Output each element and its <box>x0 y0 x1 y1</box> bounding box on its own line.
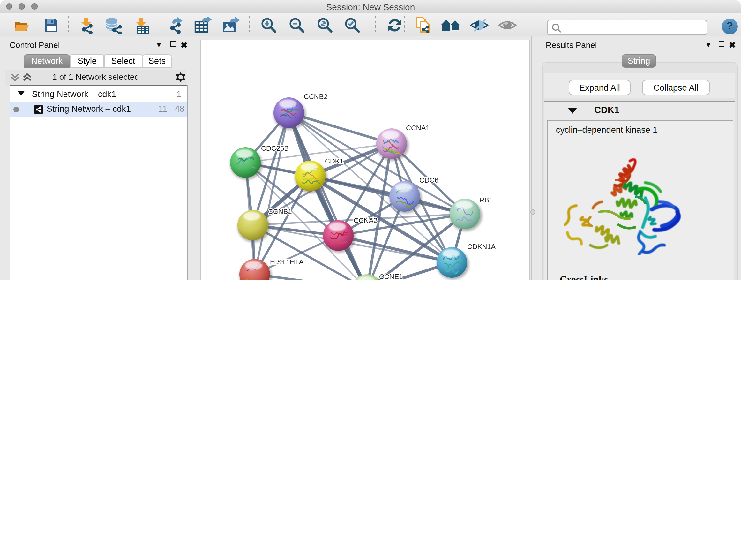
svg-text:CCNB2: CCNB2 <box>304 92 328 101</box>
svg-text:CDK1: CDK1 <box>325 157 344 165</box>
svg-text:CCNE1: CCNE1 <box>379 273 403 280</box>
svg-text:CDKN1A: CDKN1A <box>467 243 496 251</box>
svg-text:HIST1H1A: HIST1H1A <box>270 258 304 266</box>
svg-text:CCNB1: CCNB1 <box>268 207 292 215</box>
svg-text:CCNA2: CCNA2 <box>354 216 378 225</box>
svg-text:CDC25B: CDC25B <box>261 144 289 152</box>
svg-text:RB1: RB1 <box>479 196 493 204</box>
svg-text:CDC6: CDC6 <box>419 176 439 184</box>
svg-text:CCNA1: CCNA1 <box>406 124 430 132</box>
